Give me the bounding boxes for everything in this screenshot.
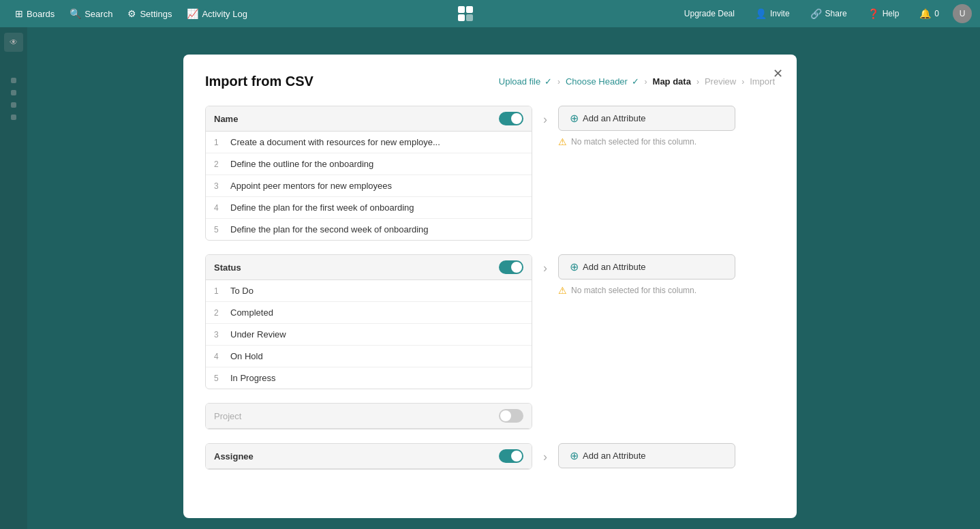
assignee-table-block: Assignee bbox=[205, 443, 532, 470]
assignee-column-label: Assignee bbox=[214, 451, 254, 462]
row-num: 5 bbox=[214, 225, 230, 235]
status-column-section: Status 1 To Do 2 Completed 3 bbox=[205, 254, 775, 389]
status-column-toggle[interactable] bbox=[499, 260, 523, 274]
settings-icon: ⚙ bbox=[127, 8, 136, 19]
table-row: 2 Define the outline for the onboarding bbox=[206, 153, 532, 175]
assignee-column-section: Assignee › ⊕ Add an Attribute bbox=[205, 443, 775, 470]
row-num: 4 bbox=[214, 203, 230, 213]
project-table-block: Project bbox=[205, 403, 532, 429]
search-label: Search bbox=[85, 9, 112, 19]
project-column-section: Project bbox=[205, 403, 775, 429]
status-attribute-panel: ⊕ Add an Attribute ⚠ No match selected f… bbox=[558, 254, 735, 296]
activity-log-label: Activity Log bbox=[202, 9, 247, 19]
breadcrumb-choose-header[interactable]: Choose Header ✓ bbox=[566, 76, 639, 87]
notifications-button[interactable]: 🔔 0 bbox=[913, 5, 946, 22]
invite-button[interactable]: 👤 Invite bbox=[748, 5, 797, 22]
upgrade-deal-label: Upgrade Deal bbox=[684, 9, 735, 18]
svg-rect-0 bbox=[458, 6, 465, 13]
breadcrumb-upload-file[interactable]: Upload file ✓ bbox=[499, 76, 552, 87]
warning-icon: ⚠ bbox=[558, 136, 567, 147]
status-column-label: Status bbox=[214, 262, 241, 273]
search-nav-item[interactable]: 🔍 Search bbox=[63, 5, 119, 22]
status-table-header: Status bbox=[206, 255, 532, 280]
name-no-match-message: ⚠ No match selected for this column. bbox=[558, 136, 735, 147]
table-row: 5 Define the plan for the second week of… bbox=[206, 219, 532, 240]
row-text: On Hold bbox=[230, 351, 523, 361]
add-attribute-label: Add an Attribute bbox=[583, 451, 646, 461]
upgrade-deal-button[interactable]: Upgrade Deal bbox=[677, 6, 741, 21]
help-icon: ❓ bbox=[868, 8, 879, 19]
name-column-toggle[interactable] bbox=[499, 112, 523, 125]
project-column-label: Project bbox=[214, 411, 241, 421]
share-button[interactable]: 🔗 Share bbox=[803, 5, 854, 22]
project-table-header: Project bbox=[206, 404, 532, 429]
plus-circle-icon: ⊕ bbox=[570, 260, 579, 273]
search-icon: 🔍 bbox=[70, 8, 81, 19]
table-row: 3 Appoint peer mentors for new employees bbox=[206, 175, 532, 197]
boards-label: Boards bbox=[27, 9, 55, 19]
main-area: 👁 ✕ Import from CSV Upload file ✓ › bbox=[0, 27, 980, 529]
help-button[interactable]: ❓ Help bbox=[861, 5, 906, 22]
warning-icon: ⚠ bbox=[558, 285, 567, 296]
row-text: Completed bbox=[230, 307, 523, 318]
table-row: 5 In Progress bbox=[206, 367, 532, 389]
modal-close-button[interactable]: ✕ bbox=[769, 65, 786, 82]
breadcrumb-arrow-2: › bbox=[645, 77, 647, 87]
breadcrumb-arrow-3: › bbox=[696, 77, 699, 87]
add-attribute-label: Add an Attribute bbox=[583, 262, 646, 272]
plus-circle-icon: ⊕ bbox=[570, 449, 579, 462]
modal-header: Import from CSV Upload file ✓ › Choose H… bbox=[205, 74, 775, 89]
user-avatar[interactable]: U bbox=[953, 4, 972, 23]
svg-rect-2 bbox=[458, 14, 465, 21]
table-row: 4 On Hold bbox=[206, 346, 532, 367]
map-arrow-status: › bbox=[543, 261, 547, 275]
app-logo bbox=[453, 1, 478, 26]
status-no-match-message: ⚠ No match selected for this column. bbox=[558, 285, 735, 296]
name-add-attribute-button[interactable]: ⊕ Add an Attribute bbox=[558, 106, 735, 131]
breadcrumb-preview: Preview bbox=[705, 76, 736, 87]
map-arrow-assignee: › bbox=[543, 450, 547, 464]
modal-overlay: ✕ Import from CSV Upload file ✓ › Choose… bbox=[0, 27, 980, 529]
boards-icon: ⊞ bbox=[15, 8, 23, 19]
assignee-add-attribute-button[interactable]: ⊕ Add an Attribute bbox=[558, 443, 735, 468]
add-attribute-label: Add an Attribute bbox=[583, 113, 646, 123]
project-column-toggle[interactable] bbox=[499, 409, 523, 423]
name-table-header: Name bbox=[206, 106, 532, 132]
boards-nav-item[interactable]: ⊞ Boards bbox=[8, 5, 61, 22]
row-text: Define the outline for the onboarding bbox=[230, 159, 523, 169]
import-csv-modal: ✕ Import from CSV Upload file ✓ › Choose… bbox=[183, 55, 797, 518]
breadcrumb-map-data: Map data bbox=[653, 76, 691, 87]
top-navigation: ⊞ Boards 🔍 Search ⚙ Settings 📈 Activity … bbox=[0, 0, 980, 27]
row-num: 1 bbox=[214, 138, 230, 147]
row-num: 3 bbox=[214, 181, 230, 191]
status-toggle-knob bbox=[511, 262, 522, 273]
assignee-column-toggle[interactable] bbox=[499, 449, 523, 463]
settings-nav-item[interactable]: ⚙ Settings bbox=[121, 5, 179, 22]
svg-rect-1 bbox=[466, 6, 473, 13]
share-icon: 🔗 bbox=[810, 8, 822, 19]
row-num: 5 bbox=[214, 374, 230, 383]
name-column-label: Name bbox=[214, 114, 238, 124]
row-num: 2 bbox=[214, 160, 230, 169]
name-attribute-panel: ⊕ Add an Attribute ⚠ No match selected f… bbox=[558, 106, 735, 147]
row-text: Define the plan for the first week of on… bbox=[230, 202, 523, 213]
svg-rect-3 bbox=[466, 14, 473, 21]
name-column-section: Name 1 Create a document with resources … bbox=[205, 106, 775, 241]
assignee-toggle-knob bbox=[511, 451, 522, 462]
row-text: Create a document with resources for new… bbox=[230, 137, 523, 147]
modal-title: Import from CSV bbox=[205, 74, 313, 89]
no-match-text: No match selected for this column. bbox=[571, 137, 696, 147]
activity-log-nav-item[interactable]: 📈 Activity Log bbox=[180, 5, 254, 22]
row-text: To Do bbox=[230, 286, 523, 296]
nav-left: ⊞ Boards 🔍 Search ⚙ Settings 📈 Activity … bbox=[8, 5, 254, 22]
no-match-text: No match selected for this column. bbox=[571, 286, 696, 295]
table-row: 3 Under Review bbox=[206, 324, 532, 346]
map-arrow-name: › bbox=[543, 112, 547, 127]
row-text: Under Review bbox=[230, 329, 523, 339]
bell-icon: 🔔 bbox=[919, 8, 931, 19]
status-add-attribute-button[interactable]: ⊕ Add an Attribute bbox=[558, 254, 735, 279]
table-row: 4 Define the plan for the first week of … bbox=[206, 197, 532, 219]
table-row: 1 Create a document with resources for n… bbox=[206, 132, 532, 153]
breadcrumb-arrow-4: › bbox=[741, 77, 744, 87]
plus-circle-icon: ⊕ bbox=[570, 112, 579, 125]
